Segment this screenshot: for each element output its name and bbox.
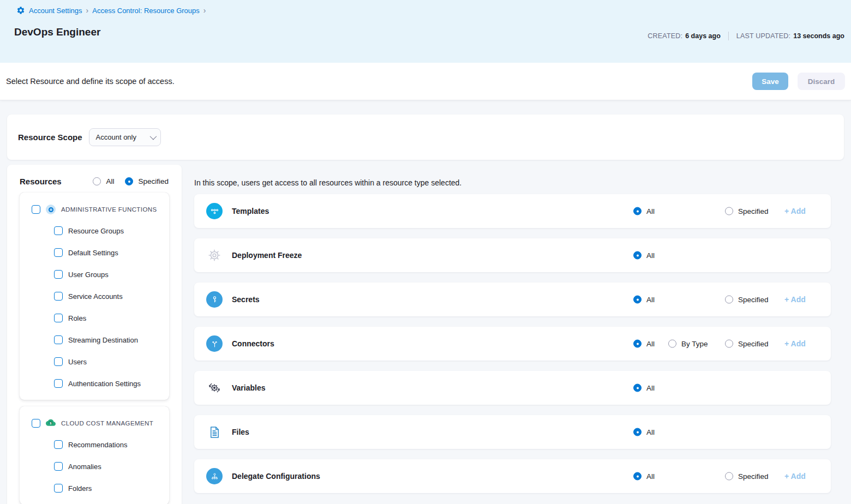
resource-type-row-files: Files All xyxy=(194,415,831,449)
resources-panel: Resources All Specified ADMINISTRATIVE F… xyxy=(7,165,182,504)
gear-icon xyxy=(16,6,25,15)
radio-option-all[interactable]: All xyxy=(633,428,655,436)
item-checkbox[interactable] xyxy=(54,379,63,388)
group-items: Resource Groups Default Settings User Gr… xyxy=(20,220,169,394)
radio-icon xyxy=(633,251,642,260)
resource-group-header[interactable]: ADMINISTRATIVE FUNCTIONS xyxy=(20,201,169,220)
group-icon-slot xyxy=(46,205,56,214)
resource-scope-value: Account only xyxy=(96,133,150,141)
radio-icon xyxy=(633,384,642,392)
last-updated-value: 13 seconds ago xyxy=(793,32,844,40)
save-button[interactable]: Save xyxy=(752,73,788,90)
add-button[interactable]: + Add xyxy=(784,472,806,481)
radio-option-specified[interactable]: Specified xyxy=(725,340,769,348)
list-item-roles[interactable]: Roles xyxy=(20,307,169,329)
item-checkbox[interactable] xyxy=(54,292,63,301)
content-area: Resource Scope Account only Resources Al… xyxy=(0,100,851,504)
list-item-service-accounts[interactable]: Service Accounts xyxy=(20,285,169,307)
toolbar-description: Select Resource and define its scope of … xyxy=(6,77,175,86)
radio-option-all[interactable]: All xyxy=(633,207,655,215)
list-item-authentication-settings[interactable]: Authentication Settings xyxy=(20,373,169,394)
list-item-streaming-destination[interactable]: Streaming Destination xyxy=(20,329,169,351)
resource-type-row-delegate-configurations: Delegate Configurations All Specified + … xyxy=(194,459,831,493)
row-options: All Specified + Add xyxy=(194,459,831,493)
list-item-users[interactable]: Users xyxy=(20,351,169,373)
radio-option-all[interactable]: All xyxy=(633,472,655,481)
group-item-label: Recommendations xyxy=(68,441,127,449)
add-button[interactable]: + Add xyxy=(784,295,806,304)
item-checkbox[interactable] xyxy=(54,484,63,493)
radio-icon xyxy=(725,296,733,304)
created-label: CREATED: xyxy=(648,32,682,40)
row-options: All Specified + Add xyxy=(194,194,831,228)
radio-icon xyxy=(633,207,642,215)
radio-option-label: Specified xyxy=(738,207,769,215)
radio-option-specified[interactable]: Specified xyxy=(125,177,169,185)
radio-icon xyxy=(633,296,642,304)
row-options: All xyxy=(194,238,831,272)
radio-option-all[interactable]: All xyxy=(633,384,655,392)
chevron-down-icon xyxy=(149,133,157,140)
group-checkbox[interactable] xyxy=(32,205,40,214)
resources-title: Resources xyxy=(20,177,62,186)
item-checkbox[interactable] xyxy=(54,462,63,471)
resource-group-header[interactable]: $ CLOUD COST MANAGEMENT xyxy=(20,415,169,434)
discard-button[interactable]: Discard xyxy=(798,73,845,90)
radio-option-by-type[interactable]: By Type xyxy=(668,340,708,348)
radio-option-label: By Type xyxy=(681,340,708,348)
breadcrumb-separator xyxy=(203,6,206,15)
radio-option-specified[interactable]: Specified xyxy=(725,472,769,481)
group-item-label: Anomalies xyxy=(68,463,101,471)
item-checkbox[interactable] xyxy=(54,248,63,257)
radio-option-label: Specified xyxy=(138,177,169,185)
radio-option-label: All xyxy=(646,207,655,215)
resource-group-card: $ CLOUD COST MANAGEMENT Recommendations … xyxy=(20,406,169,504)
group-item-label: Streaming Destination xyxy=(68,336,138,344)
breadcrumb-separator xyxy=(86,6,89,15)
breadcrumb-access-control[interactable]: Access Control: Resource Groups xyxy=(92,7,200,15)
radio-option-label: All xyxy=(646,340,655,348)
resource-scope-select[interactable]: Account only xyxy=(89,128,161,146)
radio-icon xyxy=(633,428,642,436)
group-label: ADMINISTRATIVE FUNCTIONS xyxy=(61,206,157,213)
cloud-cost-icon: $ xyxy=(46,418,56,428)
scope-hint-text: In this scope, users get access to all r… xyxy=(194,178,831,187)
radio-option-all[interactable]: All xyxy=(93,177,114,185)
list-item-anomalies[interactable]: Anomalies xyxy=(20,455,169,477)
group-item-label: Service Accounts xyxy=(68,292,123,301)
group-item-label: Resource Groups xyxy=(68,227,124,235)
add-button[interactable]: + Add xyxy=(784,339,806,348)
item-checkbox[interactable] xyxy=(54,440,63,449)
radio-icon xyxy=(633,472,642,481)
radio-option-specified[interactable]: Specified xyxy=(725,207,769,215)
radio-option-label: Specified xyxy=(738,296,769,304)
resource-group-card: ADMINISTRATIVE FUNCTIONS Resource Groups… xyxy=(20,193,169,400)
item-checkbox[interactable] xyxy=(54,226,63,235)
group-checkbox[interactable] xyxy=(32,419,40,428)
resource-scope-card: Resource Scope Account only xyxy=(7,115,844,160)
resource-type-row-connectors: Connectors All By Type Specified + Add xyxy=(194,327,831,361)
radio-icon xyxy=(633,340,642,348)
group-item-label: Roles xyxy=(68,314,86,322)
radio-option-all[interactable]: All xyxy=(633,340,655,348)
radio-option-label: All xyxy=(646,428,655,436)
resource-type-rows: Templates All Specified + Add Deployment… xyxy=(194,194,831,493)
breadcrumb-account-settings[interactable]: Account Settings xyxy=(29,7,82,15)
radio-option-all[interactable]: All xyxy=(633,251,655,260)
item-checkbox[interactable] xyxy=(54,357,63,366)
radio-option-all[interactable]: All xyxy=(633,296,655,304)
radio-option-label: All xyxy=(646,384,655,392)
list-item-default-settings[interactable]: Default Settings xyxy=(20,242,169,263)
group-items: Recommendations Anomalies Folders xyxy=(20,434,169,499)
radio-option-specified[interactable]: Specified xyxy=(725,296,769,304)
add-button[interactable]: + Add xyxy=(784,207,806,215)
item-checkbox[interactable] xyxy=(54,270,63,279)
item-checkbox[interactable] xyxy=(54,314,63,322)
item-checkbox[interactable] xyxy=(54,335,63,344)
list-item-recommendations[interactable]: Recommendations xyxy=(20,434,169,455)
row-options: All xyxy=(194,371,831,405)
group-label: CLOUD COST MANAGEMENT xyxy=(61,420,153,427)
list-item-user-groups[interactable]: User Groups xyxy=(20,263,169,285)
list-item-resource-groups[interactable]: Resource Groups xyxy=(20,220,169,242)
list-item-folders[interactable]: Folders xyxy=(20,477,169,499)
